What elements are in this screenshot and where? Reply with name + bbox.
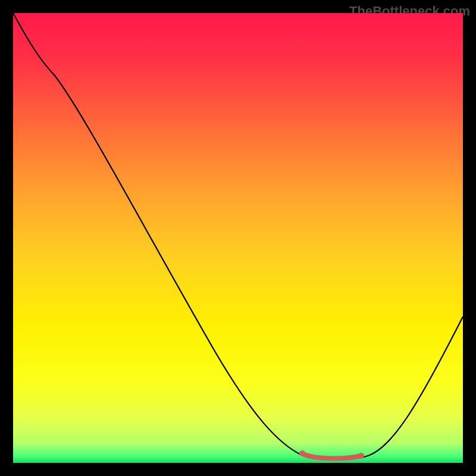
svg-point-2 — [358, 453, 364, 459]
plot-area — [13, 13, 463, 463]
bottleneck-curve — [13, 13, 463, 463]
chart-container: TheBottleneck.com — [0, 0, 476, 476]
svg-point-1 — [299, 450, 305, 456]
